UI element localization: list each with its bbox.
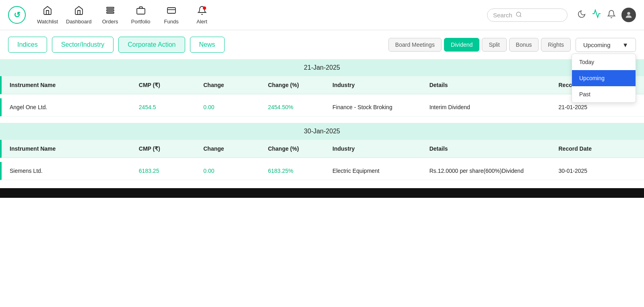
search-box[interactable]: Search	[487, 8, 568, 22]
row1-details: Interim Dividend	[429, 104, 559, 110]
filter-board-meetings[interactable]: Board Meetings	[388, 38, 442, 52]
filter-tabs: Board Meetings Dividend Split Bonus Righ…	[388, 38, 571, 52]
upcoming-dropdown-button[interactable]: Upcoming ▼	[576, 38, 636, 52]
portfolio-icon	[136, 6, 146, 18]
table-row: Siemens Ltd. 6183.25 0.00 6183.25% Elect…	[0, 162, 644, 180]
col-recorddate-2: Record Date	[559, 145, 636, 152]
col-change-2: Change	[203, 145, 268, 152]
row1-name: Angel One Ltd.	[10, 104, 139, 110]
svg-point-9	[627, 12, 630, 15]
nav-orders-label: Orders	[102, 19, 118, 25]
row2-changepct: 6183.25%	[268, 168, 332, 174]
col-industry-1: Industry	[332, 82, 429, 88]
dropdown-option-past[interactable]: Past	[572, 86, 636, 102]
filter-split[interactable]: Split	[482, 38, 506, 52]
row1-changepct: 2454.50%	[268, 104, 332, 110]
notification-icon[interactable]	[607, 10, 616, 21]
nav-orders[interactable]: Orders	[98, 6, 122, 25]
table-header-2: Instrument Name CMP (₹) Change Change (%…	[0, 140, 644, 158]
row2-cmp: 6183.25	[139, 168, 203, 174]
search-icon	[516, 11, 522, 19]
col-instrument-1: Instrument Name	[10, 82, 139, 88]
svg-rect-0	[107, 7, 114, 8]
col-change-1: Change	[203, 82, 268, 88]
orders-icon	[105, 6, 115, 18]
row1-change: 0.00	[203, 104, 268, 110]
col-instrument-2: Instrument Name	[10, 145, 139, 152]
nav-dashboard-label: Dashboard	[66, 19, 92, 25]
tab-corporate[interactable]: Corporate Action	[118, 37, 185, 53]
search-placeholder-text: Search	[493, 12, 512, 19]
date-header-2: 30-Jan-2025	[0, 123, 644, 140]
svg-point-6	[203, 6, 206, 10]
svg-line-8	[520, 16, 521, 17]
nav-portfolio[interactable]: Portfolio	[129, 6, 153, 25]
dropdown-option-today[interactable]: Today	[572, 54, 636, 70]
row2-industry: Electric Equipment	[332, 168, 429, 174]
tab-news[interactable]: News	[190, 37, 225, 53]
svg-rect-3	[137, 8, 145, 14]
row1-industry: Finance - Stock Broking	[332, 104, 429, 110]
svg-rect-2	[107, 12, 114, 13]
col-industry-2: Industry	[332, 145, 429, 152]
chevron-down-icon: ▼	[622, 41, 628, 48]
dropdown-option-upcoming[interactable]: Upcoming	[572, 70, 636, 86]
user-avatar[interactable]	[621, 8, 636, 22]
logo[interactable]: ↺	[8, 6, 26, 24]
filter-bonus[interactable]: Bonus	[509, 38, 539, 52]
header-icons	[577, 8, 636, 22]
row2-name: Siemens Ltd.	[10, 168, 139, 174]
nightmode-icon[interactable]	[577, 10, 586, 21]
date-header-1: 21-Jan-2025	[0, 59, 644, 76]
svg-rect-1	[107, 10, 114, 11]
dropdown-menu: Today Upcoming Past	[572, 54, 636, 103]
tabs-row: Indices Sector/Industry Corporate Action…	[0, 30, 644, 53]
tab-sector[interactable]: Sector/Industry	[52, 37, 114, 53]
table-header-1: Instrument Name CMP (₹) Change Change (%…	[0, 76, 644, 94]
row2-details: Rs.12.0000 per share(600%)Dividend	[429, 168, 559, 174]
row1-cmp: 2454.5	[139, 104, 203, 110]
nav-funds[interactable]: Funds	[159, 6, 184, 25]
col-cmp-2: CMP (₹)	[139, 145, 203, 152]
watchlist-icon	[43, 6, 52, 18]
nav-funds-label: Funds	[164, 19, 179, 25]
svg-point-7	[516, 12, 521, 17]
content: 21-Jan-2025 Instrument Name CMP (₹) Chan…	[0, 59, 644, 188]
nav-portfolio-label: Portfolio	[131, 19, 151, 25]
alert-icon	[197, 6, 207, 18]
row2-recorddate: 30-01-2025	[559, 168, 636, 174]
filter-dividend[interactable]: Dividend	[444, 38, 479, 52]
heartbeat-icon[interactable]	[592, 9, 601, 21]
nav-alert-label: Alert	[196, 19, 207, 25]
col-details-1: Details	[429, 82, 559, 88]
nav-alert[interactable]: Alert	[190, 6, 214, 25]
table-row: Angel One Ltd. 2454.5 0.00 2454.50% Fina…	[0, 98, 644, 116]
filter-rights[interactable]: Rights	[541, 38, 571, 52]
row2-change: 0.00	[203, 168, 268, 174]
dashboard-icon	[74, 6, 84, 18]
nav-dashboard[interactable]: Dashboard	[66, 6, 92, 25]
col-details-2: Details	[429, 145, 559, 152]
col-changepct-1: Change (%)	[268, 82, 332, 88]
dropdown-selected-label: Upcoming	[583, 41, 611, 48]
dropdown-wrapper: Upcoming ▼ Today Upcoming Past	[576, 38, 636, 52]
header: ↺ Watchlist Dashboard	[0, 0, 644, 30]
col-cmp-1: CMP (₹)	[139, 82, 203, 88]
svg-rect-4	[167, 8, 175, 13]
tab-indices[interactable]: Indices	[8, 37, 47, 53]
nav-watchlist-label: Watchlist	[37, 19, 58, 25]
funds-icon	[167, 6, 176, 18]
row1-recorddate: 21-01-2025	[559, 104, 636, 110]
col-changepct-2: Change (%)	[268, 145, 332, 152]
nav-items: Watchlist Dashboard Orders	[35, 6, 214, 25]
nav-watchlist[interactable]: Watchlist	[35, 6, 60, 25]
